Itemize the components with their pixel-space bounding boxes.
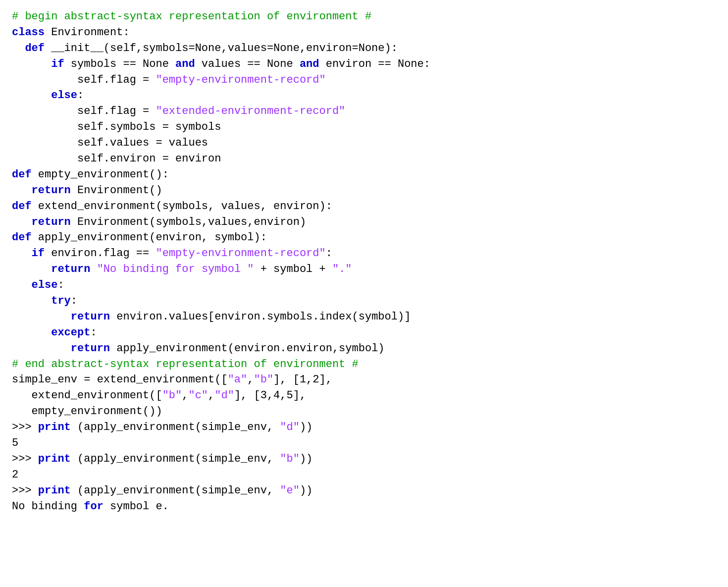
code-line: return "No binding for symbol " + symbol…	[12, 262, 716, 277]
code-line: def extend_environment(symbols, values, …	[12, 199, 716, 214]
code-line: return apply_environment(environ.environ…	[12, 341, 716, 357]
code-line: try:	[12, 293, 716, 309]
code-line: self.flag = "extended-environment-record…	[12, 104, 716, 119]
code-line: self.values = values	[12, 135, 716, 151]
code-display: # begin abstract-syntax representation o…	[12, 9, 716, 515]
code-line: empty_environment())	[12, 404, 716, 420]
code-line: # end abstract-syntax representation of …	[12, 357, 716, 373]
code-line: 5	[12, 435, 716, 451]
code-line: No binding for symbol e.	[12, 499, 716, 515]
code-line: else:	[12, 88, 716, 104]
code-line: return environ.values[environ.symbols.in…	[12, 309, 716, 325]
code-line: def __init__(self,symbols=None,values=No…	[12, 41, 716, 56]
code-line: if symbols == None and values == None an…	[12, 56, 716, 72]
code-line: extend_environment(["b","c","d"], [3,4,5…	[12, 388, 716, 404]
code-line: else:	[12, 277, 716, 293]
code-line: simple_env = extend_environment(["a","b"…	[12, 372, 716, 388]
code-line: >>> print (apply_environment(simple_env,…	[12, 420, 716, 435]
code-line: def apply_environment(environ, symbol):	[12, 230, 716, 246]
code-line: class Environment:	[12, 25, 716, 41]
code-line: 2	[12, 467, 716, 483]
code-line: def empty_environment():	[12, 167, 716, 183]
code-line: self.flag = "empty-environment-record"	[12, 72, 716, 88]
code-line: >>> print (apply_environment(simple_env,…	[12, 483, 716, 499]
code-line: return Environment(symbols,values,enviro…	[12, 214, 716, 230]
code-line: >>> print (apply_environment(simple_env,…	[12, 451, 716, 467]
code-line: self.symbols = symbols	[12, 119, 716, 135]
code-line: return Environment()	[12, 183, 716, 199]
code-line: if environ.flag == "empty-environment-re…	[12, 246, 716, 262]
code-line: self.environ = environ	[12, 151, 716, 167]
code-line: except:	[12, 325, 716, 341]
code-line: # begin abstract-syntax representation o…	[12, 9, 716, 25]
